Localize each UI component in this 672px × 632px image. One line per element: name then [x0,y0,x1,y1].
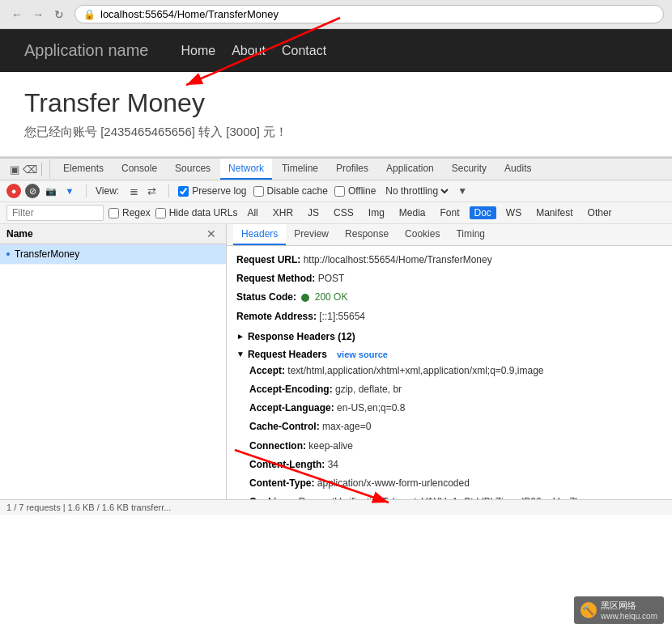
camera-button[interactable]: 📷 [44,184,58,198]
filter-js[interactable]: JS [303,206,324,219]
details-tab-preview[interactable]: Preview [286,224,337,245]
nav-about[interactable]: About [232,44,266,58]
col-name-header: Name [6,228,203,240]
cache-control-value: max-age=0 [322,421,371,432]
offline-text: Offline [348,185,376,197]
filter-other[interactable]: Other [583,206,617,219]
hide-data-label[interactable]: Hide data URLs [155,207,238,218]
inspect-icon[interactable]: ▣ [8,163,21,176]
header-accept-language: Accept-Language: en-US,en;q=0.8 [249,401,662,416]
nav-home[interactable]: Home [181,44,215,58]
regex-text: Regex [122,207,151,218]
record-group: ● ⊘ 📷 ▼ [6,184,77,198]
filter-css[interactable]: CSS [329,206,359,219]
hide-data-text: Hide data URLs [169,207,238,218]
device-icon[interactable]: ⌫ [23,163,36,176]
details-panel: Headers Preview Response Cookies Timing … [227,224,672,499]
reload-button[interactable]: ↻ [50,6,68,23]
request-item-transfer-money[interactable]: TransferMoney [0,244,226,265]
content-length-value: 34 [328,459,338,470]
preserve-log-text: Preserve log [192,185,246,197]
request-url-row: Request URL: http://localhost:55654/Home… [236,252,662,268]
page-title: Transfer Money [24,88,648,118]
back-button[interactable]: ← [8,6,26,23]
request-method-value: POST [318,273,345,284]
tab-elements[interactable]: Elements [55,159,112,180]
devtools-toolbar: ● ⊘ 📷 ▼ View: ≣ ⇄ Preserve log Disable c… [0,180,672,202]
filter-img[interactable]: Img [364,206,389,219]
details-tab-timing[interactable]: Timing [448,224,493,245]
filter-doc[interactable]: Doc [470,206,496,219]
url-input[interactable] [100,8,655,20]
tab-sources[interactable]: Sources [167,159,219,180]
accept-value: text/html,application/xhtml+xml,applicat… [287,365,543,376]
address-bar[interactable]: 🔒 [74,5,664,23]
regex-label[interactable]: Regex [108,207,151,218]
grid-view-btn[interactable]: ⇄ [143,183,159,199]
disable-cache-checkbox[interactable] [253,186,264,197]
request-url-value: http://localhost:55654/Home/TransferMone… [304,254,492,265]
accept-language-label: Accept-Language: [249,402,334,414]
filter-manifest[interactable]: Manifest [531,206,577,219]
details-tab-response[interactable]: Response [337,224,397,245]
regex-checkbox[interactable] [108,208,119,218]
details-tab-headers[interactable]: Headers [233,224,286,245]
response-headers-label: Response Headers (12) [248,331,355,342]
page-subtitle: 您已经向账号 [2435465465656] 转入 [3000] 元！ [24,125,648,140]
clear-button[interactable]: ⊘ [25,184,40,198]
details-content: Request URL: http://localhost:55654/Home… [227,246,672,499]
cookie-value: __RequestVerificationToken=tzV1YV_AnCtdd… [287,496,582,499]
header-accept: Accept: text/html,application/xhtml+xml,… [249,363,662,379]
tab-network[interactable]: Network [220,159,272,180]
tab-console[interactable]: Console [113,159,165,180]
tab-audits[interactable]: Audits [496,159,539,180]
record-button[interactable]: ● [6,184,21,198]
preserve-log-label[interactable]: Preserve log [178,185,246,197]
forward-button[interactable]: → [29,6,47,23]
offline-checkbox[interactable] [334,186,345,197]
request-url-label: Request URL: [236,254,300,265]
request-indicator [6,252,10,256]
disable-cache-label[interactable]: Disable cache [253,185,328,197]
page-content: Transfer Money 您已经向账号 [2435465465656] 转入… [0,72,672,157]
request-name: TransferMoney [15,248,79,260]
header-cache-control: Cache-Control: max-age=0 [249,419,662,435]
status-text: 1 / 7 requests | 1.6 KB / 1.6 KB transfe… [6,503,171,512]
throttle-arrow[interactable]: ▼ [457,185,467,197]
request-headers-label: Request Headers [248,349,327,360]
tab-application[interactable]: Application [378,159,442,180]
divider-2 [168,185,169,197]
close-panel-btn[interactable]: ✕ [203,227,219,240]
throttle-select[interactable]: No throttling [382,185,451,197]
request-method-row: Request Method: POST [236,271,662,286]
remote-address-value: [::1]:55654 [319,311,365,322]
offline-label[interactable]: Offline [334,185,376,197]
status-bar: 1 / 7 requests | 1.6 KB / 1.6 KB transfe… [0,499,672,515]
hide-data-checkbox[interactable] [155,208,166,218]
filter-input[interactable] [6,205,104,221]
tab-security[interactable]: Security [444,159,495,180]
status-code-row: Status Code: 200 OK [236,290,662,305]
header-accept-encoding: Accept-Encoding: gzip, deflate, br [249,382,662,397]
filter-font[interactable]: Font [436,206,465,219]
filter-all[interactable]: All [242,206,262,219]
filter-media[interactable]: Media [394,206,431,219]
tab-timeline[interactable]: Timeline [274,159,326,180]
response-headers-section[interactable]: ► Response Headers (12) [236,331,662,342]
request-list-header: Name ✕ [0,224,226,244]
view-label: View: [96,185,119,197]
filter-bar: Regex Hide data URLs All XHR JS CSS Img … [0,202,672,224]
content-length-label: Content-Length: [249,459,325,470]
preserve-log-checkbox[interactable] [178,186,189,197]
nav-contact[interactable]: Contact [282,44,326,58]
filter-button[interactable]: ▼ [62,184,77,198]
filter-xhr[interactable]: XHR [268,206,298,219]
filter-ws[interactable]: WS [501,206,526,219]
divider-1 [86,185,87,197]
header-connection: Connection: keep-alive [249,439,662,454]
list-view-btn[interactable]: ≣ [125,183,142,199]
tab-profiles[interactable]: Profiles [328,159,376,180]
view-source-link[interactable]: view source [337,350,388,359]
details-tab-cookies[interactable]: Cookies [397,224,448,245]
request-headers-section[interactable]: ▼ Request Headers view source [236,349,662,360]
